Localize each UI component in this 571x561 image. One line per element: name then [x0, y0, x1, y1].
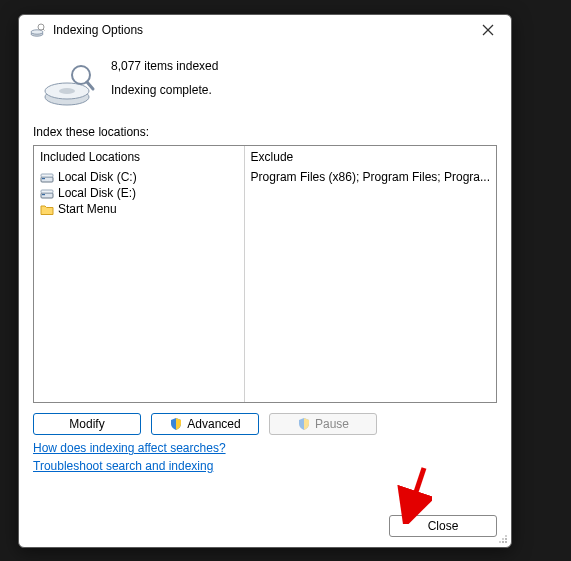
status-section: 8,077 items indexed Indexing complete. [33, 49, 497, 111]
modify-button[interactable]: Modify [33, 413, 141, 435]
svg-point-22 [505, 535, 507, 537]
shield-icon [169, 417, 183, 431]
list-item[interactable]: Local Disk (C:) [40, 170, 238, 184]
svg-rect-13 [41, 174, 53, 177]
svg-point-8 [59, 88, 75, 94]
svg-rect-16 [41, 190, 53, 193]
svg-rect-12 [42, 178, 45, 179]
list-item[interactable]: Local Disk (E:) [40, 186, 238, 200]
location-name: Start Menu [58, 202, 117, 216]
location-name: Local Disk (C:) [58, 170, 137, 184]
drive-icon [40, 170, 54, 184]
close-icon[interactable] [473, 18, 503, 42]
close-button[interactable]: Close [389, 515, 497, 537]
items-indexed-label: 8,077 items indexed [111, 59, 218, 73]
column-header-included: Included Locations [40, 150, 238, 164]
svg-line-3 [43, 29, 45, 31]
action-button-row: Modify Advanced Pause [33, 413, 497, 435]
help-link-searches[interactable]: How does indexing affect searches? [33, 441, 226, 455]
svg-point-17 [505, 541, 507, 543]
dialog-title: Indexing Options [53, 23, 473, 37]
shield-icon [297, 417, 311, 431]
svg-point-20 [499, 541, 501, 543]
svg-point-19 [505, 538, 507, 540]
locations-label: Index these locations: [33, 125, 497, 139]
svg-point-18 [502, 541, 504, 543]
drive-icon [40, 186, 54, 200]
indexing-icon [29, 22, 45, 38]
folder-icon [40, 202, 54, 216]
svg-rect-15 [42, 194, 45, 195]
list-item[interactable]: Start Menu [40, 202, 238, 216]
troubleshoot-link[interactable]: Troubleshoot search and indexing [33, 459, 213, 473]
indexing-options-dialog: Indexing Options 8,077 items indexed Ind… [18, 14, 512, 548]
resize-grip-icon[interactable] [496, 532, 508, 544]
column-header-exclude: Exclude [251, 150, 490, 164]
locations-list: Included Locations Local Disk (C:) Local… [33, 145, 497, 403]
svg-rect-14 [41, 193, 53, 198]
pause-button: Pause [269, 413, 377, 435]
indexing-status-label: Indexing complete. [111, 83, 218, 97]
titlebar: Indexing Options [19, 15, 511, 45]
dialog-footer: Close [19, 509, 511, 547]
exclude-value: Program Files (x86); Program Files; Prog… [251, 170, 490, 184]
svg-point-21 [502, 538, 504, 540]
advanced-button[interactable]: Advanced [151, 413, 259, 435]
drive-search-icon [41, 55, 97, 111]
svg-rect-11 [41, 177, 53, 182]
location-name: Local Disk (E:) [58, 186, 136, 200]
